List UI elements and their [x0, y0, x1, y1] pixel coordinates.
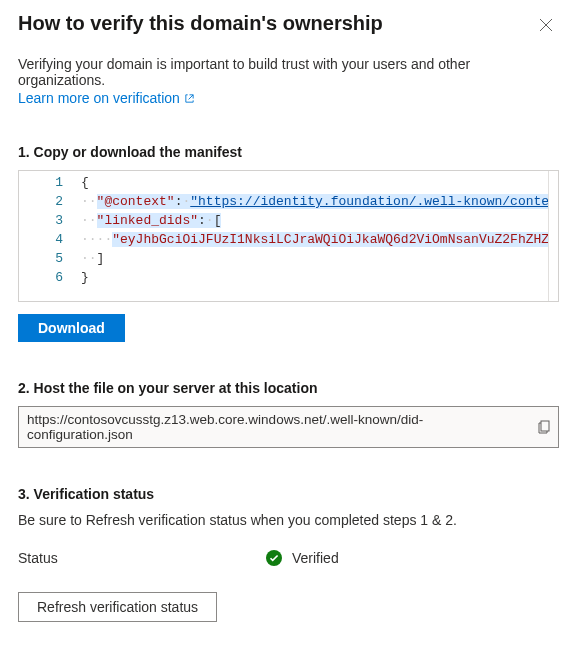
intro-text: Verifying your domain is important to bu… — [18, 56, 559, 88]
learn-more-label: Learn more on verification — [18, 90, 180, 106]
svg-rect-0 — [541, 421, 549, 431]
download-button[interactable]: Download — [18, 314, 125, 342]
code-content[interactable]: {··"@context":·"https://identity.foundat… — [81, 171, 558, 301]
step3-heading: 3. Verification status — [18, 486, 559, 502]
refresh-status-button[interactable]: Refresh verification status — [18, 592, 217, 622]
status-row: Status Verified — [18, 550, 559, 566]
host-url-box[interactable]: https://contosovcusstg.z13.web.core.wind… — [18, 406, 559, 448]
learn-more-link[interactable]: Learn more on verification — [18, 90, 195, 106]
host-url-value: https://contosovcusstg.z13.web.core.wind… — [27, 412, 423, 442]
close-icon — [539, 18, 553, 32]
step3-note: Be sure to Refresh verification status w… — [18, 512, 559, 528]
verified-badge — [266, 550, 282, 566]
code-scrollbar[interactable] — [548, 171, 558, 301]
step2-heading: 2. Host the file on your server at this … — [18, 380, 559, 396]
status-label: Status — [18, 550, 266, 566]
external-link-icon — [184, 93, 195, 104]
code-gutter: 123456 — [19, 171, 81, 301]
step1-heading: 1. Copy or download the manifest — [18, 144, 559, 160]
status-value: Verified — [292, 550, 339, 566]
manifest-code-box[interactable]: 123456 {··"@context":·"https://identity.… — [18, 170, 559, 302]
copy-button[interactable] — [538, 420, 552, 434]
close-button[interactable] — [533, 12, 559, 38]
panel-title: How to verify this domain's ownership — [18, 12, 383, 35]
check-circle-icon — [266, 550, 282, 566]
copy-icon — [538, 420, 552, 434]
